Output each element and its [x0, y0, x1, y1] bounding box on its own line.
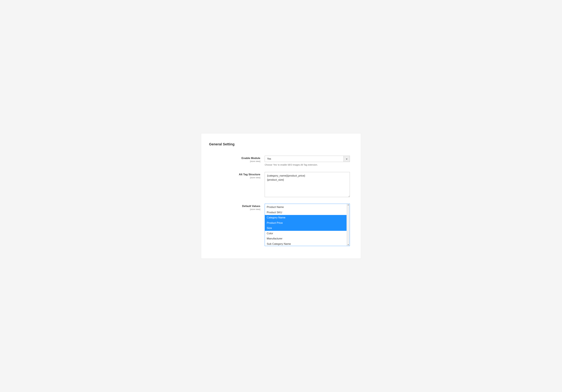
scope-label: [store view]	[209, 176, 260, 179]
field-alt-tag-structure: Alt Tag Structure [store view] {category…	[209, 172, 350, 198]
control-col: Yes Choose 'Yes' to enable SEO Images Al…	[265, 156, 350, 166]
enable-module-label: Enable Module	[209, 157, 260, 160]
multiselect-scrollbar[interactable]	[347, 204, 350, 246]
multiselect-option[interactable]: Size	[265, 225, 347, 231]
default-values-label: Default Values	[209, 205, 260, 208]
alt-tag-structure-textarea[interactable]: {category_name}{product_price} {product_…	[265, 172, 350, 197]
multiselect-option[interactable]: Color	[265, 231, 347, 236]
multiselect-option[interactable]: Product Price	[265, 220, 347, 226]
multiselect-option[interactable]: Category Name	[265, 215, 347, 220]
control-col: Product NameProduct SKUCategory NameProd…	[265, 204, 350, 246]
label-col: Enable Module [store view]	[209, 156, 265, 162]
multiselect-option[interactable]: Product SKU	[265, 210, 347, 215]
general-setting-panel: General Setting Enable Module [store vie…	[201, 133, 361, 259]
dropdown-toggle-button[interactable]	[344, 156, 350, 162]
enable-module-help: Choose 'Yes' to enable SEO Images Alt Ta…	[265, 163, 350, 166]
label-col: Alt Tag Structure [store view]	[209, 172, 265, 179]
multiselect-options: Product NameProduct SKUCategory NameProd…	[265, 204, 347, 246]
select-value: Yes	[265, 156, 344, 162]
default-values-multiselect[interactable]: Product NameProduct SKUCategory NameProd…	[265, 204, 350, 246]
multiselect-option[interactable]: Sub Category Name	[265, 241, 347, 246]
field-enable-module: Enable Module [store view] Yes Choose 'Y…	[209, 156, 350, 166]
scope-label: [store view]	[209, 160, 260, 162]
section-title: General Setting	[209, 142, 350, 146]
field-default-values: Default Values [store view] Product Name…	[209, 204, 350, 246]
scope-label: [store view]	[209, 208, 260, 210]
scroll-up-icon[interactable]	[348, 205, 349, 205]
scroll-down-icon[interactable]	[348, 244, 349, 245]
control-col: {category_name}{product_price} {product_…	[265, 172, 350, 198]
multiselect-option[interactable]: Product Name	[265, 205, 347, 210]
alt-tag-structure-label: Alt Tag Structure	[209, 173, 260, 176]
label-col: Default Values [store view]	[209, 204, 265, 210]
chevron-down-icon	[346, 157, 348, 160]
enable-module-select[interactable]: Yes	[265, 156, 350, 162]
multiselect-option[interactable]: Manufacturer	[265, 236, 347, 241]
